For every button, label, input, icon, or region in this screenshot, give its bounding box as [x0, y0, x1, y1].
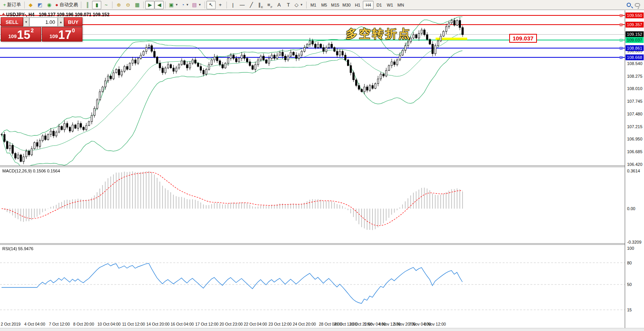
macd-axis-tick: 0.3614 [627, 169, 640, 173]
timeframe-button-h1[interactable]: H1 [352, 1, 363, 9]
price-badge-109.550: 109.550 [626, 13, 644, 18]
timeframe-button-d1[interactable]: D1 [374, 1, 384, 9]
buy-price-quote[interactable]: 109 17 0 [42, 27, 82, 42]
price-axis-tick: 107.480 [627, 112, 642, 116]
chat-icon[interactable] [635, 3, 640, 7]
rsi-panel-canvas[interactable] [0, 245, 625, 320]
time-axis-label: 20 Oct 23:00 [220, 322, 243, 326]
experts-button[interactable]: ◩ [35, 1, 45, 9]
vertical-line-button[interactable]: | [228, 1, 238, 9]
cursor-icon: ↖ [209, 2, 213, 7]
sell-price-quote[interactable]: 109 15 2 [1, 27, 41, 42]
timeframe-button-mn[interactable]: MN [395, 1, 406, 9]
dropdown-arrow-icon: ▼ [300, 3, 303, 7]
bar-chart-button[interactable]: ║ [83, 1, 92, 9]
new-order-label: 新订单 [7, 2, 21, 8]
icon-subscript: E [261, 5, 263, 9]
time-axis-label: 4 Oct 04:00 [24, 322, 45, 326]
timeframe-button-m5[interactable]: M5 [319, 1, 330, 9]
toolbar-separator [165, 2, 166, 8]
sell-price-sup: 2 [31, 27, 34, 33]
dropdown-arrow-icon: ▼ [186, 3, 189, 7]
period-icon: ◔ [181, 2, 184, 7]
buy-button[interactable]: BUY [64, 17, 82, 27]
time-axis-label: 8 Oct 20:00 [73, 322, 94, 326]
text-icon: A [277, 2, 281, 7]
toolbar-buttons: +新订单◆◩◉●自动交易║▮~⊕⊖▦▶◀▣▼◔▼▤▼↖+|—╱∥E≡FAT◇▼ [2, 1, 308, 9]
shapes-button[interactable]: ◇▼ [293, 1, 305, 9]
panel-separator-rsi[interactable] [0, 243, 644, 245]
price-axis-tick: 108.540 [627, 61, 642, 66]
autotrading-button[interactable]: ●自动交易 [54, 1, 80, 9]
text-button[interactable]: A [275, 1, 284, 9]
timeframe-button-m15[interactable]: M15 [330, 1, 341, 9]
price-badge-109.037: 109.037 [626, 37, 644, 43]
rsi-axis-tick: 80 [627, 261, 632, 265]
ohlc-values: 109.137 109.196 109.071 109.152 [39, 12, 110, 17]
new-chart-icon: ▣ [169, 2, 173, 7]
zoom-in-button[interactable]: ⊕ [114, 1, 123, 9]
rsi-axis-tick: 100 [627, 246, 634, 251]
autotrading-label: 自动交易 [59, 2, 78, 8]
fibonacci-button[interactable]: ≡F [265, 1, 275, 9]
time-axis-label: 7 Oct 12:00 [49, 322, 70, 326]
chart-annotation-text: 多空转折点 [346, 26, 411, 42]
signals-icon: ◉ [47, 2, 51, 7]
auto-scroll-button[interactable]: ◀ [154, 1, 164, 9]
horizontal-line-icon: — [240, 2, 245, 7]
sell-price-big: 15 [17, 29, 30, 40]
timeframe-button-m1[interactable]: M1 [308, 1, 319, 9]
new-chart-button[interactable]: ▣▼ [167, 1, 179, 9]
horizontal-line-button[interactable]: — [238, 1, 247, 9]
chart-shift-icon: ▶ [148, 2, 152, 7]
mt4-window: +新订单◆◩◉●自动交易║▮~⊕⊖▦▶◀▣▼◔▼▤▼↖+|—╱∥E≡FAT◇▼ … [0, 0, 644, 331]
signals-button[interactable]: ◉ [45, 1, 54, 9]
symbol-period: USDJPY-, H4 [6, 12, 34, 17]
volume-up-button[interactable]: ▲ [58, 17, 64, 27]
channel-button[interactable]: ∥E [256, 1, 265, 9]
buy-price-small: 109 [50, 33, 58, 39]
chart-shift-button[interactable]: ▶ [145, 1, 154, 9]
time-axis-label: 17 Oct 12:00 [195, 322, 218, 326]
time-axis-label: 10 Oct 04:00 [97, 322, 121, 326]
toolbar-separator [143, 2, 144, 8]
rsi-axis-tick: 15 [627, 308, 632, 312]
buy-price-sup: 0 [72, 27, 75, 33]
price-axis-tick: 107.745 [627, 99, 642, 104]
toolbar-separator [112, 2, 112, 8]
zoom-out-button[interactable]: ⊖ [123, 1, 132, 9]
zoom-out-icon: ⊖ [126, 2, 130, 7]
indicators-button[interactable]: ▤▼ [190, 1, 203, 9]
timeframe-button-h4[interactable]: H4 [363, 1, 374, 9]
search-icon[interactable] [627, 3, 631, 7]
horizontal-scrollbar[interactable] [0, 328, 644, 331]
volume-input[interactable] [29, 17, 58, 27]
timeframe-button-m30[interactable]: M30 [341, 1, 352, 9]
candlestick-button[interactable]: ▮ [92, 1, 101, 9]
zoom-in-icon: ⊕ [117, 2, 121, 7]
timeframe-button-w1[interactable]: W1 [384, 1, 395, 9]
new-order-button[interactable]: +新订单 [2, 1, 23, 9]
price-level-box[interactable]: 109.037 [509, 34, 537, 43]
new-order-icon: + [3, 2, 6, 7]
label-button[interactable]: T [284, 1, 293, 9]
timeframe-toolbar: M1M5M15M30H1H4D1W1MN [308, 1, 406, 9]
macd-panel-canvas[interactable] [0, 167, 625, 243]
period-button[interactable]: ◔▼ [180, 1, 191, 9]
time-axis-label: 2 Oct 2019 [1, 322, 20, 326]
cursor-button[interactable]: ↖ [206, 1, 216, 9]
time-axis-label: 16 Oct 04:00 [171, 322, 194, 326]
line-chart-button[interactable]: ~ [101, 1, 111, 9]
sell-button[interactable]: SELL [1, 17, 23, 27]
time-axis-label: 23 Oct 12:00 [268, 322, 292, 326]
dropdown-arrow-icon: ▼ [198, 3, 201, 7]
tile-windows-button[interactable]: ▦ [132, 1, 142, 9]
price-axis-tick: 108.275 [627, 74, 642, 79]
crosshair-button[interactable]: + [216, 1, 225, 9]
time-axis-label: 11 Oct 12:00 [122, 322, 145, 326]
volume-down-button[interactable]: ▼ [23, 17, 29, 27]
panel-separator-macd[interactable] [0, 166, 644, 167]
history-center-button[interactable]: ◆ [26, 1, 35, 9]
trendline-button[interactable]: ╱ [247, 1, 256, 9]
time-axis: 2 Oct 20194 Oct 04:007 Oct 12:008 Oct 20… [0, 320, 625, 328]
